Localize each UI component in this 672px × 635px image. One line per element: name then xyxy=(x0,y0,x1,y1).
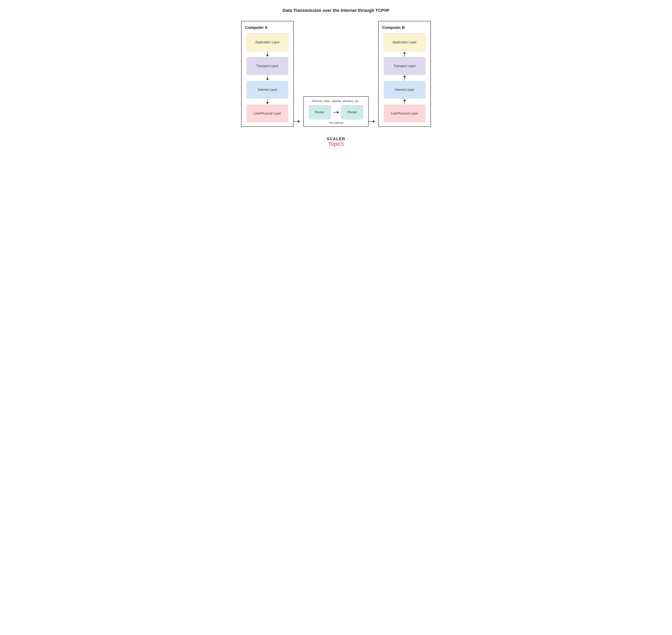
arrow-transport-to-internet-a xyxy=(266,75,269,81)
brand-topics-label: Topics xyxy=(328,141,344,147)
computer-a-internet-layer: Internet Layer xyxy=(247,81,288,99)
arrow-app-to-transport-a xyxy=(266,51,269,57)
computer-b-inet-layer-label: Internet Layer xyxy=(395,88,414,92)
computer-b-trans-layer-label: Transport Layer xyxy=(394,64,416,68)
diagram: Computer A Application Layer Transport L… xyxy=(241,21,431,127)
computer-a-application-layer: Application Layer xyxy=(247,34,288,51)
page-title: Data Transmission over the Internet thro… xyxy=(283,8,389,13)
internet-top-label: Ethernet, Fiber, Satellite, Wireless, et… xyxy=(312,100,360,103)
computer-a-transport-layer: Transport Layer xyxy=(247,57,288,75)
computer-b-link-layer: Link/Physical Layer xyxy=(384,105,425,123)
brand-scaler-label: SCALER xyxy=(327,137,345,141)
computer-a-app-layer-label: Application Layer xyxy=(255,41,280,44)
branding: SCALER Topics xyxy=(327,137,345,147)
arrow-internet-to-link-a xyxy=(266,99,269,105)
routers-row: Router Router xyxy=(309,105,363,119)
computer-a-label: Computer A xyxy=(245,25,268,30)
internet-bottom-label: The Internet xyxy=(329,121,343,124)
computer-a-trans-layer-label: Transport Layer xyxy=(256,64,278,68)
computer-a-link-layer-label: Link/Physical Layer xyxy=(254,112,281,115)
computer-b-application-layer: Application Layer xyxy=(384,34,425,51)
computer-b-link-layer-label: Link/Physical Layer xyxy=(391,112,418,115)
computer-b-transport-layer: Transport Layer xyxy=(384,57,425,75)
computer-b-app-layer-label: Application Layer xyxy=(392,41,417,44)
arrow-transport-to-internet-b xyxy=(403,75,406,81)
internet-box: Ethernet, Fiber, Satellite, Wireless, et… xyxy=(304,96,368,127)
arrow-a-to-internet xyxy=(294,120,300,123)
computer-a-box: Computer A Application Layer Transport L… xyxy=(241,21,294,127)
router-a-label: Router xyxy=(315,111,324,114)
computer-b-box: Computer B Application Layer Transport L… xyxy=(378,21,431,127)
arrow-internet-to-link-b xyxy=(403,99,406,105)
computer-b-label: Computer B xyxy=(382,25,405,30)
router-b-box: Router xyxy=(341,105,363,119)
arrow-internet-to-b xyxy=(368,120,375,123)
arrow-router-to-router xyxy=(333,111,339,114)
computer-b-internet-layer: Internet Layer xyxy=(384,81,425,99)
router-b-label: Router xyxy=(348,111,357,114)
computer-a-link-layer: Link/Physical Layer xyxy=(247,105,288,123)
computer-a-inet-layer-label: Internet Layer xyxy=(258,88,277,92)
arrow-app-to-transport-b xyxy=(403,51,406,57)
router-a-box: Router xyxy=(309,105,331,119)
